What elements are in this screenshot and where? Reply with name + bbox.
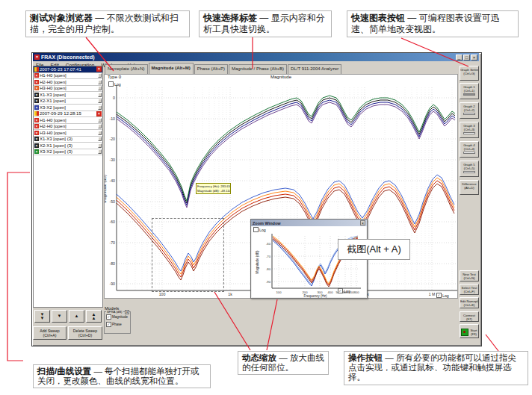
add-sweep-button[interactable]: Add Sweep(Ctrl+A)	[33, 326, 66, 340]
close-icon[interactable]: ×	[360, 220, 365, 226]
graph-5-button[interactable]: Graph 5(Ctrl+5)	[460, 161, 479, 177]
sweep-item[interactable]: ×H2-H0 [open]	[34, 79, 102, 86]
curve-color-icon[interactable]: ×	[34, 93, 39, 97]
curve-color-icon[interactable]: ×	[34, 86, 39, 90]
tab-magnitude-phase[interactable]: Magnitude / Phase (Alt+B)	[229, 64, 287, 74]
edit-nameplate-button[interactable]: Edit Nameplate(Ctrl+E)	[460, 297, 479, 308]
zoom-log-checkbox-bottom[interactable]: ✓Log	[338, 288, 350, 293]
svg-text:800: 800	[354, 290, 360, 294]
sweep-item[interactable]: ×H1-H0 [open]	[34, 73, 102, 80]
zoom-log-checkbox-top[interactable]: Log	[253, 227, 266, 232]
button-hotkey: (Ctrl+4)	[460, 147, 478, 151]
curve-color-icon[interactable]: ×	[34, 131, 39, 135]
minimize-icon[interactable]: _	[456, 55, 463, 60]
sweep-options-button[interactable]	[98, 86, 102, 90]
svg-text:-90: -90	[110, 282, 116, 286]
move-top-button[interactable]: ▲▲	[86, 310, 102, 323]
checkbox-checked-icon: ✓	[338, 288, 343, 293]
note-title: 快速选择标签	[203, 13, 257, 23]
log-checkbox-bottom[interactable]: ✓Log	[436, 293, 449, 298]
remove-group-icon[interactable]: ×	[96, 66, 102, 72]
connect-button[interactable]: Connect(F7)	[460, 311, 479, 322]
curve-color-icon[interactable]: ×	[34, 80, 39, 84]
curve-color-icon[interactable]: ×	[34, 143, 39, 148]
sweep-item[interactable]: ×X1-X3 [open]	[34, 92, 102, 99]
sweep-item[interactable]: ×X3-X2 [open] (3)	[34, 149, 102, 156]
sweep-group-label: 2007-09-29 12:28:15	[40, 111, 96, 116]
curve-color-icon[interactable]: ×	[34, 73, 39, 78]
new-test-button[interactable]: New Test(Ctrl+N)	[460, 270, 479, 282]
log-checkbox-top[interactable]: Log	[108, 81, 121, 87]
graph-1-button[interactable]: Graph 1(Ctrl+1)	[460, 83, 479, 99]
graph-3-button[interactable]: Graph 3(Ctrl+3)	[460, 122, 479, 138]
sweep-options-button[interactable]	[98, 73, 102, 78]
sweep-group-header[interactable]: 2007-05-23 17:07:41×	[34, 66, 102, 73]
select-test-button[interactable]: Select Test(Ctrl+F)	[460, 284, 479, 295]
sweep-options-button[interactable]	[98, 118, 102, 122]
magnitude-checkbox[interactable]: ✓Magnitude	[106, 314, 130, 320]
graph-2-button[interactable]: Graph 2(Ctrl+2)	[460, 102, 479, 119]
move-down-button[interactable]: ▼	[52, 310, 67, 323]
graph-settings-button[interactable]: Graph Settings(Ctrl+G)	[460, 66, 479, 81]
tooltip-frequency: Frequency (Hz): 283.651	[197, 184, 229, 189]
sweep-options-button[interactable]	[98, 99, 102, 103]
svg-text:-10: -10	[110, 116, 116, 121]
sweep-options-button[interactable]	[98, 143, 102, 148]
sweep-item-label: H3-H0 [open]	[40, 86, 97, 90]
curve-color-icon[interactable]: ×	[34, 149, 39, 154]
delete-sweep-button[interactable]: Delete Sweep(Ctrl+D)	[68, 326, 102, 340]
button-hotkey: (Ctrl+2)	[460, 108, 478, 112]
zoom-window-titlebar[interactable]: Zoom Window ×	[251, 220, 367, 226]
sweep-item[interactable]: ×X1-X3 [open] (3)	[34, 137, 102, 143]
tab-nameplate[interactable]: Nameplate (Alt+N)	[105, 64, 148, 74]
checkbox-unchecked-icon	[108, 81, 114, 87]
tab-magnitude[interactable]: Magnitude (Alt+M)	[149, 63, 194, 74]
chart-title: Magnitude	[104, 75, 458, 79]
sweep-options-button[interactable]	[98, 93, 102, 97]
svg-text:-90: -90	[266, 280, 271, 284]
checkbox-checked-icon: ✓	[436, 293, 442, 298]
app-icon: ×	[34, 55, 40, 60]
maximize-icon[interactable]: □	[463, 55, 470, 60]
svg-text:400: 400	[328, 290, 334, 294]
zoom-selection-rect[interactable]	[152, 218, 224, 292]
sweep-item[interactable]: ×X2-X1 [open] (3)	[34, 143, 102, 149]
sweep-item[interactable]: ×H1-H0 [open]	[34, 117, 102, 124]
sweep-item[interactable]: ×X3-X2 [open]	[34, 105, 102, 111]
curve-color-icon[interactable]: ×	[34, 105, 39, 110]
curve-color-icon[interactable]: ×	[34, 99, 39, 103]
graph-color-bar	[463, 93, 475, 96]
sweep-options-button[interactable]	[98, 105, 102, 110]
sweep-options-button[interactable]	[98, 137, 102, 141]
sweep-options-button[interactable]	[98, 80, 102, 84]
sweep-item[interactable]: ×H2-H0 [open]	[34, 124, 102, 131]
remove-group-icon[interactable]: ×	[96, 111, 102, 116]
graph-4-button[interactable]: Graph 4(Ctrl+4)	[460, 141, 479, 158]
curve-color-icon[interactable]: ×	[34, 124, 39, 128]
svg-text:200: 200	[303, 290, 309, 294]
sweep-options-button[interactable]	[98, 131, 102, 135]
sweep-item[interactable]: ×X2-X1 [open]	[34, 99, 102, 105]
checkbox-label: Log	[442, 293, 449, 298]
start-button[interactable]: Start(F9)	[460, 324, 479, 338]
tab-dlt-analyzer[interactable]: DL/T 911-2004 Analyzer	[288, 64, 341, 74]
curve-color-icon[interactable]: ×	[34, 137, 39, 141]
close-icon[interactable]: ×	[471, 55, 477, 60]
move-up-button[interactable]: ▲	[69, 310, 84, 323]
phase-checkbox[interactable]: ✓Phase	[106, 322, 130, 327]
difference-button[interactable]: Difference(Alt+D)	[460, 180, 479, 195]
title-bar[interactable]: × FRAX (Disconnected) _ □ ×	[33, 53, 479, 61]
double-up-icon: ▲	[92, 317, 96, 320]
sweep-item-label: H2-H0 [open]	[40, 124, 97, 128]
sweep-group-header[interactable]: 2007-09-29 12:28:15×	[34, 111, 102, 118]
tab-phase[interactable]: Phase (Alt+P)	[194, 64, 228, 74]
move-bottom-button[interactable]: ▼▼	[34, 310, 50, 323]
sweep-item[interactable]: ×H3-H0 [open]	[34, 130, 102, 137]
sweep-options-button[interactable]	[98, 124, 102, 128]
test-object-browser: 2007-05-23 17:07:41× ×H1-H0 [open] ×H2-H…	[33, 66, 103, 308]
close-icon[interactable]: ×	[125, 310, 129, 314]
sweep-item[interactable]: ×H3-H0 [open]	[34, 86, 102, 93]
sweep-options-button[interactable]	[98, 149, 102, 154]
checkbox-label: Phase	[112, 323, 122, 326]
curve-color-icon[interactable]: ×	[34, 118, 39, 122]
